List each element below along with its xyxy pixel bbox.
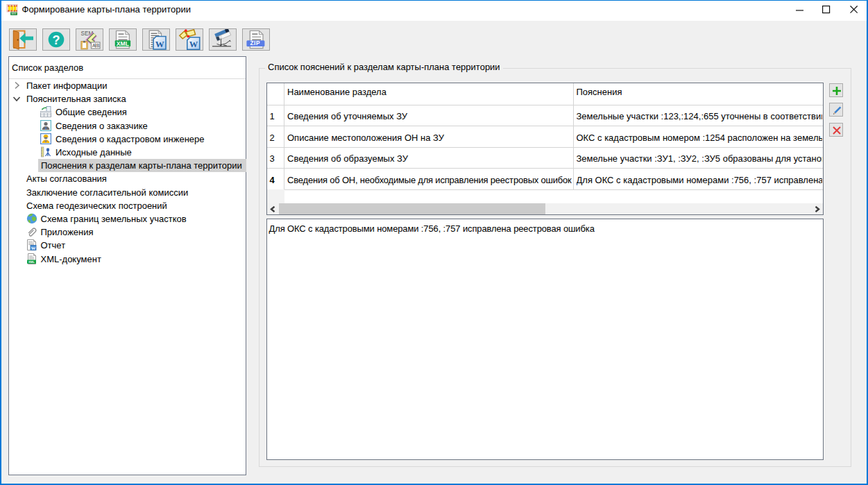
svg-text:XML: XML — [117, 40, 129, 47]
svg-text:XML: XML — [28, 260, 35, 264]
svg-text:W: W — [189, 40, 198, 49]
svg-text:КПТ: КПТ — [12, 12, 16, 15]
svg-text:ZIP: ZIP — [250, 40, 261, 46]
svg-text:B: B — [96, 43, 100, 48]
svg-text:W: W — [155, 39, 164, 49]
svg-text:?: ? — [53, 33, 60, 47]
svg-text:W: W — [31, 246, 36, 250]
